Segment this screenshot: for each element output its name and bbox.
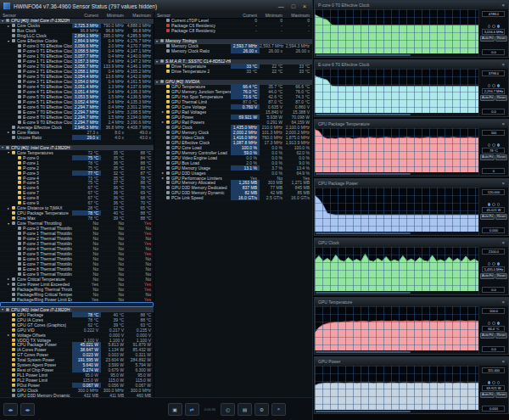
lightning-icon	[12, 358, 15, 361]
graph-scrollbar[interactable]	[315, 410, 478, 413]
sensor-row[interactable]: PCIe Link Speed16.0 GT/s2.5 GT/s16.0 GT/…	[154, 196, 312, 201]
graph-titlebar[interactable]: GPU Temperature×	[315, 298, 508, 306]
graph-close-icon[interactable]: ×	[501, 181, 505, 186]
auto-fit-button[interactable]: Auto Fit	[480, 214, 495, 220]
auto-fit-button[interactable]: Auto Fit	[480, 273, 495, 279]
color-dot[interactable]	[492, 143, 495, 147]
color-dot[interactable]	[497, 381, 501, 384]
color-dot[interactable]	[488, 84, 491, 87]
color-dot[interactable]	[488, 381, 491, 384]
color-dot[interactable]	[488, 262, 491, 266]
sensor-row[interactable]: Package C8 Residency---	[154, 29, 312, 34]
minimize-button[interactable]: —	[278, 3, 284, 9]
color-dot[interactable]	[497, 322, 501, 325]
sensor-row[interactable]: Uncore Ratio29.0 x4.0 x43.0 x	[0, 135, 154, 140]
graph-close-icon[interactable]: ×	[501, 121, 505, 126]
graph-titlebar[interactable]: CPU Package Power×	[315, 179, 508, 188]
sensor-row[interactable]: Memory Clock Ratio26.00 x26.00 x26.00 x	[154, 49, 312, 54]
graph-titlebar[interactable]: GPU Power×	[315, 357, 508, 366]
auto-fit-button[interactable]: Auto Fit	[480, 154, 495, 160]
column-sensor[interactable]: Sensor	[0, 13, 72, 18]
osd-button[interactable]: ▣	[168, 403, 182, 416]
color-dot[interactable]	[492, 25, 495, 28]
graph-close-icon[interactable]: ×	[501, 300, 505, 305]
color-dot[interactable]	[492, 381, 495, 384]
scrollbar-thumb[interactable]	[316, 173, 411, 175]
scrollbar-thumb[interactable]	[316, 232, 411, 234]
settings-button[interactable]: ⚙	[255, 403, 269, 416]
column-minimum[interactable]: Minimum	[260, 13, 285, 18]
graph-scrollbar[interactable]	[315, 350, 478, 354]
logging-button[interactable]: ◴	[221, 403, 235, 416]
color-dot[interactable]	[497, 262, 501, 266]
close-button[interactable]: ×	[303, 3, 306, 9]
auto-fit-button[interactable]: Auto Fit	[480, 36, 495, 42]
color-dot[interactable]	[492, 262, 495, 266]
reset-button[interactable]: Reset	[495, 273, 507, 279]
graph-plot-column	[315, 188, 478, 235]
graph-scrollbar[interactable]	[315, 232, 478, 235]
auto-fit-button[interactable]: Auto Fit	[480, 95, 495, 101]
color-dot[interactable]	[492, 322, 495, 325]
expand-columns-button[interactable]: ◂▸	[20, 403, 35, 416]
graph-scrollbar[interactable]	[315, 172, 478, 176]
graph-scrollbar[interactable]	[315, 113, 478, 116]
color-dot[interactable]	[488, 203, 491, 206]
graph-titlebar[interactable]: E-core 6 T0 Effective Clock×	[315, 60, 508, 69]
titlebar[interactable]: HWiNFO64 v7.36-4960 Sensor Status (797 v…	[0, 0, 312, 12]
sensor-label: Memory Clock Ratio	[171, 48, 210, 53]
graph-close-icon[interactable]: ×	[501, 359, 505, 364]
cpu-icon	[18, 267, 21, 271]
column-current[interactable]: Current	[72, 13, 101, 18]
sensor-row[interactable]: Drive Temperature 233 °C22 °C33 °C	[154, 70, 312, 75]
sensor-name-cell: PCIe Link Speed	[154, 195, 231, 200]
graph-window: CPU Package Temperature×10078 °CAuto Fit…	[314, 119, 509, 176]
scrollbar-thumb[interactable]	[316, 411, 411, 412]
scrollbar-thumb[interactable]	[316, 351, 411, 353]
graph-titlebar[interactable]: CPU Package Temperature×	[315, 120, 508, 128]
reset-button[interactable]: Reset	[495, 214, 507, 220]
graph-close-icon[interactable]: ×	[501, 3, 505, 8]
cpu-icon	[18, 252, 21, 255]
color-dot[interactable]	[488, 25, 491, 28]
column-current[interactable]: Current	[231, 13, 260, 18]
color-dot[interactable]	[497, 25, 501, 28]
sensor-row[interactable]: Package/Ring Power Limit ExceededYesNoYe…	[0, 297, 154, 302]
graph-close-icon[interactable]: ×	[501, 240, 505, 245]
reset-button[interactable]: Reset	[495, 333, 507, 339]
color-dot[interactable]	[497, 203, 501, 206]
graph-scrollbar[interactable]	[315, 291, 478, 294]
scrollbar-thumb[interactable]	[316, 292, 411, 294]
cur-value-cell: 0.222 V	[72, 328, 101, 333]
share-button[interactable]: ⇄	[185, 403, 199, 416]
graph-body: 4788.03,056.6 MHzAuto FitReset0.0	[315, 9, 508, 57]
graph-titlebar[interactable]: P-core 0 T0 Effective Clock×	[315, 1, 508, 9]
color-dot[interactable]	[488, 143, 491, 147]
reset-button[interactable]: Reset	[495, 392, 507, 398]
column-maximum[interactable]: Maximum	[285, 13, 312, 18]
cpu-icon	[12, 389, 15, 392]
graph-scrollbar[interactable]	[315, 53, 478, 57]
reset-button[interactable]: Reset	[495, 36, 507, 42]
collapse-columns-button[interactable]: ◂▸	[3, 403, 18, 416]
color-dot[interactable]	[497, 84, 501, 87]
color-dot[interactable]	[497, 143, 501, 147]
maximize-button[interactable]: □	[292, 3, 295, 9]
reset-button[interactable]: Reset	[495, 154, 507, 160]
report-button[interactable]: ▤	[238, 403, 252, 416]
close-sensors-button[interactable]: ×	[271, 403, 286, 416]
color-dot[interactable]	[492, 84, 495, 87]
color-dot[interactable]	[492, 203, 495, 206]
scrollbar-thumb[interactable]	[316, 114, 411, 115]
reset-button[interactable]: Reset	[495, 95, 507, 101]
graph-titlebar[interactable]: GPU Clock×	[315, 238, 508, 247]
auto-fit-button[interactable]: Auto Fit	[480, 392, 495, 398]
auto-fit-button[interactable]: Auto Fit	[480, 333, 495, 339]
color-dot[interactable]	[488, 322, 491, 325]
scrollbar-thumb[interactable]	[316, 54, 411, 56]
column-header-right: Sensor Current Minimum Maximum	[154, 12, 312, 19]
column-sensor[interactable]: Sensor	[154, 13, 231, 18]
column-minimum[interactable]: Minimum	[101, 13, 126, 18]
graph-close-icon[interactable]: ×	[501, 62, 505, 67]
column-maximum[interactable]: Maximum	[126, 13, 154, 18]
